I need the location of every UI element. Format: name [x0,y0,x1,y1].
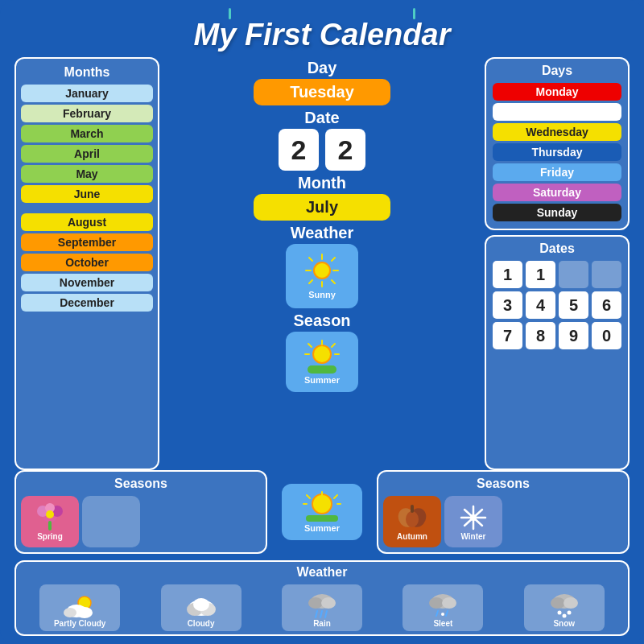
rain-box[interactable]: Rain [282,584,362,631]
date-digit-1[interactable]: 2 [279,129,319,171]
snow-icon [547,590,582,619]
day-monday[interactable]: Monday [493,83,621,101]
season-label: Season [293,312,350,330]
cloudy-icon [184,593,219,619]
month-march[interactable]: March [21,125,153,142]
month-may[interactable]: May [21,165,153,183]
cloudy-box[interactable]: Cloudy [161,584,242,631]
svg-line-11 [308,344,312,347]
svg-line-7 [332,258,335,261]
date-tile-7[interactable]: 5 [559,291,588,319]
svg-point-41 [64,608,76,617]
svg-point-31 [406,511,419,527]
svg-point-22 [312,494,332,514]
day-wednesday[interactable]: Wednesday [493,123,621,141]
season-icon-box[interactable]: Summer [286,332,358,392]
weather-value: Sunny [308,290,336,299]
summer-label: Summer [304,523,340,533]
svg-line-8 [309,280,312,283]
svg-point-40 [76,607,93,618]
month-june[interactable]: June [21,185,153,203]
date-label: Date [304,109,339,127]
date-tile-11[interactable]: 9 [559,322,588,349]
weather-bottom: Weather Partly Cloudy [14,560,630,636]
spring-blank[interactable] [82,496,140,547]
svg-line-49 [316,611,317,617]
date-tile-3[interactable] [559,261,588,288]
seasons-right: Seasons Autumn [377,470,630,554]
month-february[interactable]: February [21,105,153,122]
svg-point-9 [313,345,331,363]
partly-cloudy-box[interactable]: Partly Cloudy [39,584,120,631]
svg-line-50 [320,611,322,617]
month-december[interactable]: December [21,294,153,312]
sleet-box[interactable]: Sleet [402,584,483,631]
dates-grid: 1 1 3 4 5 6 7 8 9 0 [493,261,621,349]
date-tile-10[interactable]: 8 [526,322,555,349]
month-october[interactable]: October [21,254,153,271]
day-friday[interactable]: Friday [493,163,621,181]
sleet-icon [425,590,460,619]
day-saturday[interactable]: Saturday [493,184,621,201]
date-tile-9[interactable]: 7 [493,322,522,349]
autumn-box[interactable]: Autumn [383,496,441,547]
date-digit-2[interactable]: 2 [325,129,365,171]
seasons-left-label: Seasons [21,477,261,491]
spring-icon [35,503,65,532]
day-value[interactable]: Tuesday [254,79,390,105]
date-tile-5[interactable]: 3 [493,291,522,319]
snow-label: Snow [553,619,575,628]
date-tile-6[interactable]: 4 [526,291,555,319]
month-value[interactable]: July [254,194,390,221]
month-september[interactable]: September [21,233,153,251]
weather-bottom-label: Weather [21,565,623,580]
day-label: Day [308,59,337,77]
winter-label: Winter [460,532,485,541]
month-november[interactable]: November [21,274,153,291]
day-tuesday-slot[interactable] [493,103,621,121]
date-tile-2[interactable]: 1 [526,261,555,288]
months-panel: Months January February March April May … [14,57,159,470]
summer-season-box[interactable]: Summer [282,484,362,540]
seasons-right-icons: Autumn Winter [383,496,623,547]
svg-point-60 [564,597,578,609]
svg-line-57 [446,611,448,616]
month-label: Month [298,174,346,192]
svg-line-51 [325,611,327,617]
spring-label: Spring [37,532,63,541]
date-tile-8[interactable]: 6 [592,291,621,319]
svg-point-47 [308,597,323,609]
date-tile-12[interactable]: 0 [592,322,621,349]
snow-box[interactable]: Snow [524,584,605,631]
month-april[interactable]: April [21,145,153,163]
months-label: Months [21,65,153,80]
svg-line-5 [309,258,312,261]
month-august[interactable]: August [21,213,153,231]
autumn-icon [397,503,427,532]
right-panel: Days Monday Wednesday Thursday Friday Sa… [485,57,630,470]
summer-icon [304,340,340,375]
svg-point-20 [46,510,54,518]
svg-point-63 [567,611,571,615]
calendar-board: My First Calendar Months January Februar… [0,0,644,644]
svg-rect-15 [308,365,336,374]
svg-rect-21 [48,521,52,530]
svg-line-6 [332,280,335,283]
svg-line-24 [307,495,310,498]
cloudy-label: Cloudy [188,619,215,628]
day-sunday[interactable]: Sunday [493,204,621,221]
date-tile-4[interactable] [592,261,621,288]
day-thursday[interactable]: Thursday [493,143,621,161]
month-january[interactable]: January [21,85,153,102]
sunny-icon [304,253,340,288]
svg-point-59 [551,597,565,609]
svg-point-61 [557,611,561,615]
bottom-area: Seasons Spring [14,470,630,636]
winter-box[interactable]: Winter [444,496,502,547]
svg-point-62 [562,614,566,618]
weather-icon-box[interactable]: Sunny [286,244,358,308]
spring-box[interactable]: Spring [21,496,79,547]
calendar-title: My First Calendar [194,18,451,52]
bottom-seasons-row: Seasons Spring [14,470,630,554]
date-tile-1[interactable]: 1 [493,261,522,288]
